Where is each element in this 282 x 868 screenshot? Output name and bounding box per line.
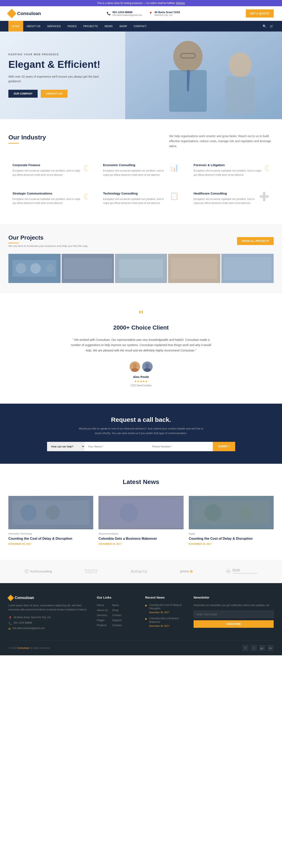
svg-point-32 (120, 503, 138, 522)
footer-news-bullet-1: ▶ (145, 604, 147, 607)
project-image-4 (168, 254, 220, 283)
news-card-title-3[interactable]: Counting the Cost of Delay & Disruption (189, 536, 274, 541)
footer-link-pages[interactable]: Pages (97, 618, 108, 622)
service-corporate-finance: ₵ Corporate Finance Excepteur sint occae… (8, 159, 93, 181)
strategic-icon: ₵ (83, 192, 88, 201)
callback-phone-input[interactable] (149, 442, 213, 451)
nav-item-shop[interactable]: SHOP (116, 21, 131, 32)
projects-header: Our Projects We are here to Acelerate yo… (8, 235, 274, 248)
nav-item-home[interactable]: HOME (8, 21, 23, 32)
address-street: 40 Barla Sreet 133/2 (154, 11, 180, 14)
footer-grid: Consuloan Lorem ipsum dolor sit amet, co… (8, 596, 274, 632)
footer-news-title-1[interactable]: Counting the Cost of Delay & Disruption (149, 603, 186, 611)
avatar-2 (142, 362, 152, 372)
title-underline (8, 143, 19, 144)
phone-number: 001-1234-88888 (112, 11, 142, 14)
hero-subtitle: KEEPING YOUR WEB PRESENCE (8, 53, 107, 56)
contact-us-button[interactable]: CONTACT US (41, 90, 67, 98)
news-card-title-2[interactable]: Colombia Gets a Business Makeover (98, 536, 183, 541)
nav-item-news[interactable]: NEWS (101, 21, 116, 32)
nav-item-about[interactable]: ABOUT US (23, 21, 44, 32)
nav-item-pages[interactable]: PAGES (64, 21, 80, 32)
hero-title: Elegant & Efficient! (8, 59, 107, 70)
newsletter-email-input[interactable] (194, 611, 274, 618)
news-grid: Information Technology Counting the Cost… (8, 496, 274, 545)
footer-newsletter-heading: Newsletter (194, 596, 274, 599)
service-desc-2: Excepteur sint occaecat cupidatat non pr… (103, 169, 179, 177)
callback-submit-button[interactable]: SUBMIT > (213, 442, 235, 451)
footer-brand-link[interactable]: Consuloan (17, 647, 29, 650)
industry-description: We help organisations work smarter and g… (169, 134, 274, 149)
footer-link-contact[interactable]: Contact (112, 613, 122, 617)
nav-links: HOME ABOUT US SERVICES PAGES PROJECTS NE… (8, 21, 150, 32)
footer-social: f t g+ in (242, 645, 274, 651)
footer-link-news[interactable]: News (112, 603, 122, 607)
footer-news-bullet-2: ▶ (145, 617, 147, 620)
footer-address: 📍 40 Baria Sreet, NewYork City, US (8, 616, 88, 620)
footer-logo-text: Consuloan (15, 596, 34, 600)
news-section: Latest News Information Technology Count… (0, 464, 282, 560)
callback-section: Request a call back. Would you like to s… (0, 404, 282, 464)
search-icon[interactable]: 🔍 (262, 24, 266, 28)
footer-link-support[interactable]: Support (112, 618, 122, 622)
footer-link-home[interactable]: Home (97, 603, 108, 607)
footer-link-services[interactable]: Services (97, 613, 108, 617)
footer-news-title-2[interactable]: Colombia Gets a Business Makeover (149, 617, 186, 624)
economic-icon: 📊 (170, 163, 179, 172)
nav-item-contact[interactable]: CONTACT (131, 21, 150, 32)
hero-svg (125, 32, 282, 119)
svg-point-11 (46, 264, 54, 273)
svg-point-33 (147, 505, 163, 520)
callback-description: Would you like to speak to one of our fi… (78, 426, 204, 436)
footer-news-item-1: ▶ Counting the Cost of Delay & Disruptio… (145, 603, 186, 614)
svg-rect-35 (193, 500, 270, 525)
hero-buttons: OUR COMPANY CONTACT US (8, 90, 107, 98)
service-desc-6: Excepteur sint occaecat cupidatat non pr… (194, 197, 270, 205)
callback-form: How can we help? SUBMIT > (47, 442, 235, 451)
footer-email-icon: ✉ (8, 627, 11, 630)
healthcare-icon: ➕ (259, 192, 270, 202)
svg-rect-4 (226, 76, 255, 114)
cart-icon[interactable]: 🛒 (270, 24, 274, 28)
logo-diamond-icon (7, 9, 16, 18)
our-company-button[interactable]: OUR COMPANY (8, 90, 38, 98)
footer-link-careers[interactable]: Careers (112, 623, 122, 627)
news-date-3: NOVEMBER 30, 2017 (189, 542, 274, 545)
projects-title-block: Our Projects We are here to Acelerate yo… (8, 235, 88, 248)
nav-item-projects[interactable]: PROJECTS (80, 21, 101, 32)
get-quote-button[interactable]: GET A QUOTE! (246, 9, 274, 18)
service-title-6: Healthcare Consulting (194, 192, 270, 195)
footer-phone-icon: 📞 (8, 622, 12, 625)
news-card-title-1[interactable]: Counting the Cost of Delay & Disruption (8, 536, 93, 541)
news-image-3 (189, 496, 274, 529)
service-title-1: Corporate Finance (12, 163, 88, 167)
svg-point-28 (21, 504, 36, 521)
footer-link-about[interactable]: About Us (97, 608, 108, 612)
projects-section: Our Projects We are here to Acelerate yo… (0, 224, 282, 293)
svg-point-3 (229, 52, 252, 78)
partner-logo-5: Co DUO A ZOOM Marketing Solution (225, 568, 257, 575)
email-text: info.deercreative@gmail.com (112, 14, 142, 16)
footer-links-col: Our Links Home About Us Services Pages P… (97, 596, 137, 632)
project-image-2 (62, 254, 114, 283)
footer-link-projects[interactable]: Projects (97, 623, 108, 627)
footer-newsletter-col: Newsletter Subscribe our newsletter you … (194, 596, 274, 632)
avatar-1 (130, 362, 140, 372)
twitter-icon[interactable]: t (251, 645, 257, 651)
nav-item-services[interactable]: SERVICES (44, 21, 64, 32)
subscribe-button[interactable]: SUBSCRIBE (194, 620, 274, 628)
footer-copyright: © 2016 Consuloan All rights reserved. (8, 647, 51, 650)
callback-name-input[interactable] (85, 442, 149, 451)
address-contact: 📍 40 Barla Sreet 133/2 NewYork City, US (149, 11, 180, 16)
footer-link-shop[interactable]: Shop (112, 608, 122, 612)
linkedin-icon[interactable]: in (267, 645, 274, 651)
projects-underline (8, 243, 19, 243)
svg-rect-17 (171, 258, 217, 279)
googleplus-icon[interactable]: g+ (259, 645, 265, 651)
dismiss-link[interactable]: Dismiss (176, 2, 185, 5)
facebook-icon[interactable]: f (242, 645, 249, 651)
footer-bottom: © 2016 Consuloan All rights reserved. f … (8, 641, 274, 651)
callback-service-select[interactable]: How can we help? (47, 442, 85, 451)
logo[interactable]: Consuloan (8, 10, 41, 17)
show-all-projects-button[interactable]: SHOW ALL PROJECTS (237, 237, 274, 245)
